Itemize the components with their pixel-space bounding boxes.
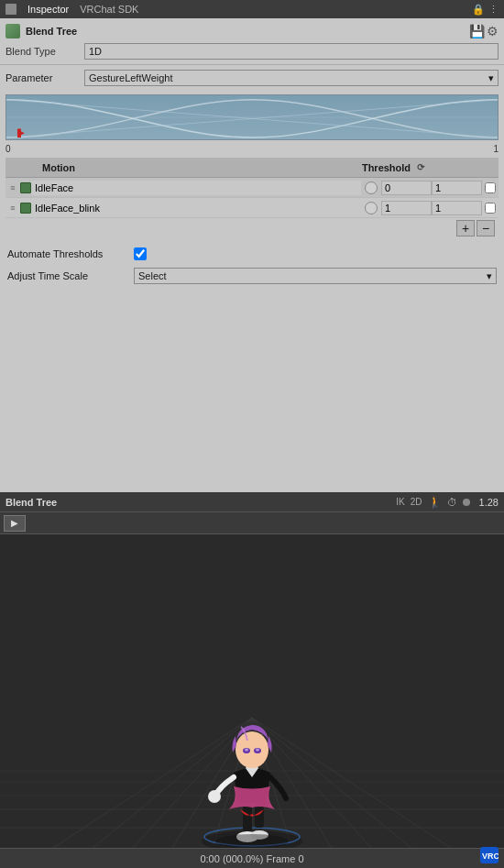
param-arrow: ▾ bbox=[488, 72, 494, 84]
svg-point-36 bbox=[245, 749, 248, 752]
col-threshold-header: Threshold bbox=[361, 162, 411, 173]
ik-button[interactable]: IK bbox=[396, 497, 404, 507]
graph-section bbox=[5, 94, 499, 140]
graph-labels: 0 1 bbox=[0, 144, 504, 154]
blend-type-row: Blend Type 1D bbox=[5, 42, 499, 60]
empty-area bbox=[0, 293, 504, 477]
svg-point-33 bbox=[236, 731, 268, 768]
blend-type-label: Blend Type bbox=[5, 46, 79, 57]
settings2-icon[interactable]: ⚙ bbox=[487, 24, 499, 38]
blend-tree-panel-title: Blend Tree bbox=[5, 497, 57, 508]
threshold-val-2a[interactable] bbox=[381, 201, 432, 215]
blend-tree-toolbar: Blend Tree IK 2D 🚶 ⏱ 1.28 bbox=[0, 492, 504, 512]
automate-thresholds-checkbox[interactable] bbox=[134, 247, 147, 260]
speed-dot bbox=[463, 499, 470, 506]
top-bar-icons: 🔒 ⋮ bbox=[472, 4, 499, 16]
person-icon[interactable]: 🚶 bbox=[428, 496, 442, 509]
drag-handle-1[interactable]: ≡ bbox=[5, 183, 20, 192]
timer-icon[interactable]: ⏱ bbox=[447, 497, 457, 508]
drag-handle-2[interactable]: ≡ bbox=[5, 203, 20, 213]
checkbox-cell-1[interactable] bbox=[482, 182, 499, 193]
vrchat-sdk-tab[interactable]: VRChat SDK bbox=[80, 4, 138, 15]
status-bar: 0:00 (000.0%) Frame 0 VRC bbox=[0, 848, 504, 868]
graph-min-label: 0 bbox=[5, 144, 11, 154]
param-value: GestureLeftWeight bbox=[89, 72, 173, 83]
play-bar: ▶ bbox=[0, 512, 504, 534]
save-icon[interactable]: 💾 bbox=[469, 24, 485, 38]
threshold-val-1b[interactable] bbox=[432, 181, 482, 195]
motion-name-1[interactable] bbox=[31, 181, 361, 195]
svg-text:VRC: VRC bbox=[482, 852, 499, 861]
add-remove-row: + − bbox=[5, 218, 499, 238]
motion-row-1: ≡ bbox=[5, 178, 499, 198]
vrchat-logo-icon: VRC bbox=[480, 847, 499, 863]
time-scale-value: Select bbox=[138, 270, 167, 281]
top-bar: Inspector VRChat SDK 🔒 ⋮ bbox=[0, 0, 504, 18]
automate-section: Automate Thresholds Adjust Time Scale Se… bbox=[0, 238, 504, 293]
checkbox-1[interactable] bbox=[485, 182, 496, 193]
checkbox-2[interactable] bbox=[485, 203, 496, 214]
svg-rect-5 bbox=[17, 128, 21, 137]
film-icon-1 bbox=[20, 182, 31, 193]
graph-max-label: 1 bbox=[493, 144, 499, 154]
circle-btn-1[interactable] bbox=[365, 181, 378, 194]
blend-tree-title: Blend Tree bbox=[26, 26, 464, 37]
motion-table-header: Motion Threshold ⟳ bbox=[5, 158, 499, 178]
adjust-time-scale-row: Adjust Time Scale Select ▾ bbox=[7, 266, 497, 286]
save-icons: 💾 ⚙ bbox=[469, 24, 499, 38]
motion-name-2[interactable] bbox=[31, 201, 361, 215]
adjust-time-scale-label: Adjust Time Scale bbox=[7, 270, 126, 281]
lock-icon[interactable]: 🔒 bbox=[472, 4, 485, 16]
time-scale-dropdown[interactable]: Select ▾ bbox=[134, 268, 497, 284]
speed-value: 1.28 bbox=[479, 497, 499, 508]
checkbox-cell-2[interactable] bbox=[482, 203, 499, 214]
threshold-val-1a[interactable] bbox=[381, 181, 432, 195]
col-motion-header: Motion bbox=[38, 162, 346, 173]
param-dropdown[interactable]: GestureLeftWeight ▾ bbox=[84, 70, 499, 86]
auto-threshold-icon[interactable]: ⟳ bbox=[411, 162, 430, 172]
blend-tree-row: Blend Tree 💾 ⚙ bbox=[5, 22, 499, 40]
param-row: Parameter GestureLeftWeight ▾ bbox=[5, 69, 499, 87]
automate-thresholds-label: Automate Thresholds bbox=[7, 248, 126, 259]
add-motion-button[interactable]: + bbox=[456, 220, 475, 236]
header-section: Blend Tree 💾 ⚙ Blend Type 1D bbox=[0, 18, 504, 65]
play-button[interactable]: ▶ bbox=[4, 515, 26, 532]
motion-row-2: ≡ bbox=[5, 198, 499, 218]
blend-tree-panel: Blend Tree IK 2D 🚶 ⏱ 1.28 ▶ bbox=[0, 492, 504, 868]
svg-point-32 bbox=[208, 790, 221, 803]
time-scale-arrow: ▾ bbox=[487, 270, 492, 282]
grid-svg bbox=[0, 534, 504, 848]
motion-section: Motion Threshold ⟳ ≡ ≡ + − bbox=[5, 158, 499, 238]
param-label: Parameter bbox=[5, 72, 79, 83]
status-text: 0:00 (000.0%) Frame 0 bbox=[200, 853, 303, 864]
vrchat-icon[interactable]: VRC bbox=[480, 847, 499, 865]
viewport bbox=[0, 534, 504, 848]
inspector-icon bbox=[5, 4, 16, 15]
blend-type-dropdown[interactable]: 1D bbox=[84, 43, 499, 60]
graph-svg bbox=[6, 95, 498, 139]
param-section: Parameter GestureLeftWeight ▾ bbox=[0, 65, 504, 91]
remove-motion-button[interactable]: − bbox=[477, 220, 495, 236]
circle-btn-2[interactable] bbox=[365, 202, 378, 214]
settings-icon[interactable]: ⋮ bbox=[488, 4, 499, 16]
blend-tree-icon bbox=[5, 24, 20, 38]
inspector-tab[interactable]: Inspector bbox=[27, 4, 69, 15]
automate-thresholds-row: Automate Thresholds bbox=[7, 244, 497, 264]
play-icon: ▶ bbox=[11, 518, 18, 528]
svg-point-37 bbox=[256, 749, 259, 752]
film-icon-2 bbox=[20, 203, 31, 214]
2d-button[interactable]: 2D bbox=[411, 497, 422, 507]
threshold-val-2b[interactable] bbox=[432, 201, 482, 215]
